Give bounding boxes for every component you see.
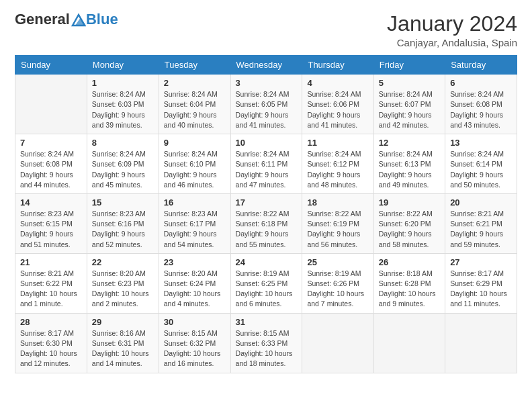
day-info: Sunrise: 8:22 AMSunset: 6:18 PMDaylight:… <box>236 209 298 250</box>
table-row: 10Sunrise: 8:24 AMSunset: 6:11 PMDayligh… <box>230 134 302 194</box>
sunrise-text: Sunrise: 8:24 AM <box>20 150 74 158</box>
col-wednesday: Wednesday <box>230 56 302 75</box>
daylight-text: Daylight: 9 hours and 42 minutes. <box>379 111 432 129</box>
day-info: Sunrise: 8:15 AMSunset: 6:33 PMDaylight:… <box>236 328 298 369</box>
table-row: 30Sunrise: 8:15 AMSunset: 6:32 PMDayligh… <box>159 313 230 373</box>
sunset-text: Sunset: 6:29 PM <box>450 279 502 287</box>
day-info: Sunrise: 8:19 AMSunset: 6:25 PMDaylight:… <box>236 269 298 310</box>
sunrise-text: Sunrise: 8:23 AM <box>20 210 74 218</box>
daylight-text: Daylight: 9 hours and 51 minutes. <box>20 230 73 248</box>
sunset-text: Sunset: 6:21 PM <box>450 220 502 228</box>
table-row: 20Sunrise: 8:21 AMSunset: 6:21 PMDayligh… <box>445 193 517 253</box>
sunset-text: Sunset: 6:22 PM <box>20 279 73 287</box>
daylight-text: Daylight: 9 hours and 49 minutes. <box>379 171 432 189</box>
sunrise-text: Sunrise: 8:23 AM <box>92 210 146 218</box>
table-row: 23Sunrise: 8:20 AMSunset: 6:24 PMDayligh… <box>159 253 230 313</box>
day-info: Sunrise: 8:17 AMSunset: 6:30 PMDaylight:… <box>20 328 82 369</box>
day-number: 10 <box>236 138 298 148</box>
day-info: Sunrise: 8:24 AMSunset: 6:14 PMDaylight:… <box>450 149 512 190</box>
day-info: Sunrise: 8:24 AMSunset: 6:10 PMDaylight:… <box>164 149 226 190</box>
table-row: 16Sunrise: 8:23 AMSunset: 6:17 PMDayligh… <box>159 193 230 253</box>
day-number: 17 <box>236 197 298 208</box>
day-number: 30 <box>164 317 226 327</box>
sunrise-text: Sunrise: 8:24 AM <box>236 90 290 98</box>
table-row: 9Sunrise: 8:24 AMSunset: 6:10 PMDaylight… <box>159 134 230 194</box>
day-info: Sunrise: 8:24 AMSunset: 6:03 PMDaylight:… <box>92 89 154 130</box>
day-number: 3 <box>236 78 298 88</box>
table-row: 12Sunrise: 8:24 AMSunset: 6:13 PMDayligh… <box>373 134 445 194</box>
day-number: 23 <box>164 257 226 267</box>
table-row: 15Sunrise: 8:23 AMSunset: 6:16 PMDayligh… <box>87 193 159 253</box>
col-tuesday: Tuesday <box>159 56 230 75</box>
sunrise-text: Sunrise: 8:24 AM <box>164 150 218 158</box>
sunrise-text: Sunrise: 8:20 AM <box>92 269 146 277</box>
daylight-text: Daylight: 9 hours and 43 minutes. <box>450 111 503 129</box>
daylight-text: Daylight: 10 hours and 11 minutes. <box>450 289 507 308</box>
table-row: 27Sunrise: 8:17 AMSunset: 6:29 PMDayligh… <box>445 253 517 313</box>
sunrise-text: Sunrise: 8:24 AM <box>307 150 361 158</box>
daylight-text: Daylight: 9 hours and 41 minutes. <box>236 111 289 129</box>
daylight-text: Daylight: 10 hours and 2 minutes. <box>92 289 149 308</box>
sunrise-text: Sunrise: 8:18 AM <box>379 269 433 277</box>
col-saturday: Saturday <box>445 56 517 75</box>
sunset-text: Sunset: 6:04 PM <box>164 100 216 108</box>
sunset-text: Sunset: 6:14 PM <box>450 160 502 168</box>
day-info: Sunrise: 8:24 AMSunset: 6:11 PMDaylight:… <box>236 149 298 190</box>
sunrise-text: Sunrise: 8:24 AM <box>307 90 361 98</box>
daylight-text: Daylight: 10 hours and 16 minutes. <box>164 349 221 367</box>
table-row <box>373 313 445 373</box>
day-info: Sunrise: 8:20 AMSunset: 6:24 PMDaylight:… <box>164 269 226 310</box>
sunset-text: Sunset: 6:05 PM <box>236 100 288 108</box>
sunset-text: Sunset: 6:11 PM <box>236 160 288 168</box>
sunrise-text: Sunrise: 8:17 AM <box>450 269 504 277</box>
sunrise-text: Sunrise: 8:22 AM <box>379 210 433 218</box>
sunrise-text: Sunrise: 8:21 AM <box>20 269 74 277</box>
day-number: 16 <box>164 197 226 208</box>
table-row: 13Sunrise: 8:24 AMSunset: 6:14 PMDayligh… <box>445 134 517 194</box>
calendar-week-row: 7Sunrise: 8:24 AMSunset: 6:08 PMDaylight… <box>15 134 517 194</box>
sunset-text: Sunset: 6:20 PM <box>379 220 431 228</box>
sunset-text: Sunset: 6:03 PM <box>92 100 144 108</box>
day-number: 27 <box>450 257 512 267</box>
sunset-text: Sunset: 6:19 PM <box>307 220 359 228</box>
sunrise-text: Sunrise: 8:19 AM <box>236 269 290 277</box>
sunset-text: Sunset: 6:30 PM <box>20 339 73 347</box>
sunrise-text: Sunrise: 8:22 AM <box>236 210 290 218</box>
day-info: Sunrise: 8:19 AMSunset: 6:26 PMDaylight:… <box>307 269 368 310</box>
table-row: 17Sunrise: 8:22 AMSunset: 6:18 PMDayligh… <box>230 193 302 253</box>
day-info: Sunrise: 8:24 AMSunset: 6:04 PMDaylight:… <box>164 89 226 130</box>
daylight-text: Daylight: 10 hours and 14 minutes. <box>92 349 149 367</box>
day-number: 6 <box>450 78 512 88</box>
day-number: 9 <box>164 138 226 148</box>
title-block: January 2024 Canjayar, Andalusia, Spain <box>387 12 517 48</box>
sunset-text: Sunset: 6:18 PM <box>236 220 288 228</box>
logo-general-text: General <box>15 12 70 27</box>
day-info: Sunrise: 8:24 AMSunset: 6:08 PMDaylight:… <box>450 89 512 130</box>
day-info: Sunrise: 8:24 AMSunset: 6:09 PMDaylight:… <box>92 149 154 190</box>
day-info: Sunrise: 8:24 AMSunset: 6:08 PMDaylight:… <box>20 149 82 190</box>
sunrise-text: Sunrise: 8:16 AM <box>92 329 146 337</box>
sunset-text: Sunset: 6:33 PM <box>236 339 288 347</box>
sunrise-text: Sunrise: 8:24 AM <box>450 150 504 158</box>
sunrise-text: Sunrise: 8:24 AM <box>92 150 146 158</box>
day-number: 8 <box>92 138 154 148</box>
calendar-week-row: 1Sunrise: 8:24 AMSunset: 6:03 PMDaylight… <box>15 75 517 134</box>
sunset-text: Sunset: 6:32 PM <box>164 339 216 347</box>
sunrise-text: Sunrise: 8:20 AM <box>164 269 218 277</box>
sunrise-text: Sunrise: 8:15 AM <box>236 329 290 337</box>
sunrise-text: Sunrise: 8:24 AM <box>379 150 433 158</box>
logo-icon <box>71 13 86 27</box>
day-number: 29 <box>92 317 154 327</box>
table-row: 19Sunrise: 8:22 AMSunset: 6:20 PMDayligh… <box>373 193 445 253</box>
col-thursday: Thursday <box>302 56 373 75</box>
day-info: Sunrise: 8:24 AMSunset: 6:12 PMDaylight:… <box>307 149 368 190</box>
daylight-text: Daylight: 9 hours and 58 minutes. <box>379 230 432 248</box>
table-row: 24Sunrise: 8:19 AMSunset: 6:25 PMDayligh… <box>230 253 302 313</box>
daylight-text: Daylight: 10 hours and 1 minute. <box>20 289 77 308</box>
sunrise-text: Sunrise: 8:21 AM <box>450 210 504 218</box>
sunset-text: Sunset: 6:06 PM <box>307 100 359 108</box>
logo: General Blue <box>15 12 118 27</box>
sunset-text: Sunset: 6:09 PM <box>92 160 144 168</box>
day-number: 19 <box>379 197 440 208</box>
table-row: 14Sunrise: 8:23 AMSunset: 6:15 PMDayligh… <box>15 193 87 253</box>
